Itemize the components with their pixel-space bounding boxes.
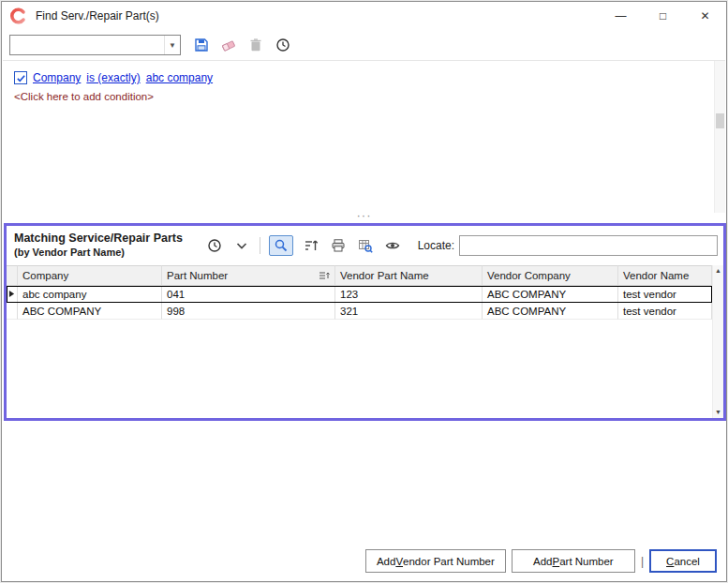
condition-scrollbar[interactable]: [714, 61, 725, 213]
cell-vendor-name: test vendor: [618, 286, 712, 303]
cell-vendor-part-name: 321: [335, 303, 483, 320]
results-panel: Matching Service/Repair Parts (by Vendor…: [4, 223, 726, 421]
query-toolbar: ▼: [2, 32, 726, 58]
results-header: Matching Service/Repair Parts (by Vendor…: [7, 226, 723, 265]
row-selector-header: [7, 265, 18, 286]
delete-button: [245, 34, 267, 56]
find-toggle-button[interactable]: [269, 235, 293, 256]
clear-button[interactable]: [217, 34, 240, 56]
condition-field-link[interactable]: Company: [33, 71, 81, 84]
maximize-button[interactable]: □: [642, 2, 684, 30]
trash-icon: [248, 37, 263, 52]
clock-icon: [275, 37, 290, 52]
table-scrollbar[interactable]: ▲ ▼: [712, 265, 723, 418]
results-table: Company Part Number Vendor Part Name: [7, 265, 723, 418]
row-selector-cell: [7, 303, 18, 320]
grid-search-button[interactable]: [356, 236, 375, 255]
clock-icon: [207, 238, 222, 253]
printer-icon: [331, 238, 346, 253]
cell-company: abc company: [18, 286, 162, 303]
cell-part-number: 998: [162, 303, 335, 320]
preview-button[interactable]: [383, 236, 402, 255]
column-header-vendor-company[interactable]: Vendor Company: [483, 265, 618, 286]
results-subtitle: (by Vendor Part Name): [14, 245, 205, 258]
history-button[interactable]: [205, 236, 224, 255]
close-button[interactable]: ✕: [684, 2, 726, 30]
add-condition-link[interactable]: <Click here to add condition>: [14, 91, 154, 102]
cancel-button[interactable]: Cancel: [649, 549, 717, 573]
toolbar-divider: [260, 237, 260, 254]
cell-company: ABC COMPANY: [18, 303, 162, 320]
condition-checkbox[interactable]: [14, 71, 27, 84]
expand-button[interactable]: [232, 236, 251, 255]
save-button[interactable]: [190, 34, 213, 56]
condition-panel: Company is (exactly) abc company <Click …: [3, 60, 725, 213]
minimize-button[interactable]: —: [600, 2, 642, 30]
eraser-icon: [221, 37, 236, 52]
condition-row: Company is (exactly) abc company: [3, 61, 725, 84]
cell-part-number: 041: [162, 286, 335, 303]
saved-query-combobox[interactable]: ▼: [9, 35, 181, 55]
column-header-vendor-part-name[interactable]: Vendor Part Name: [335, 265, 483, 286]
cell-vendor-company: ABC COMPANY: [483, 286, 618, 303]
chevron-down-icon[interactable]: ▼: [164, 36, 180, 54]
cell-vendor-name: test vendor: [618, 303, 712, 320]
history-button[interactable]: [272, 34, 294, 56]
locate-input[interactable]: [459, 235, 718, 256]
scrollbar-thumb[interactable]: [716, 113, 724, 128]
add-vendor-part-number-button[interactable]: Add Vendor Part Number: [365, 549, 506, 573]
splitter-handle[interactable]: ···: [2, 212, 726, 223]
sort-indicator-icon: [319, 271, 330, 280]
column-header-company[interactable]: Company: [18, 265, 162, 286]
check-icon: [16, 73, 26, 83]
footer-divider: |: [641, 555, 644, 568]
column-header-vendor-name[interactable]: Vendor Name: [618, 265, 712, 286]
window-title: Find Serv./Repair Part(s): [36, 9, 159, 22]
eye-icon: [385, 238, 400, 253]
cell-vendor-part-name: 123: [335, 286, 483, 303]
column-header-part-number[interactable]: Part Number: [162, 265, 335, 286]
results-title: Matching Service/Repair Parts: [14, 229, 205, 245]
grid-search-icon: [358, 238, 373, 253]
condition-value-link[interactable]: abc company: [146, 71, 213, 84]
chevron-down-icon: [234, 238, 249, 253]
scroll-up-arrow-icon[interactable]: ▲: [713, 265, 723, 277]
table-header-row: Company Part Number Vendor Part Name: [7, 265, 712, 286]
print-button[interactable]: [329, 236, 348, 255]
scroll-down-arrow-icon[interactable]: ▼: [713, 407, 723, 418]
table-row[interactable]: ABC COMPANY 998 321 ABC COMPANY test ven…: [7, 303, 712, 320]
cell-vendor-company: ABC COMPANY: [483, 303, 618, 320]
row-selector-cell: [7, 286, 18, 303]
magnifier-icon: [274, 238, 289, 253]
locate-label: Locate:: [418, 239, 454, 252]
footer-buttons: Add Vendor Part Number Add Part Number |…: [365, 549, 717, 573]
app-logo-icon: [10, 7, 27, 24]
save-icon: [194, 37, 209, 52]
sort-button[interactable]: [302, 236, 320, 255]
condition-operator-link[interactable]: is (exactly): [86, 71, 140, 84]
table-row[interactable]: abc company 041 123 ABC COMPANY test ven…: [7, 286, 712, 303]
dialog-window: Find Serv./Repair Part(s) — □ ✕ ▼: [1, 1, 727, 582]
current-row-arrow-icon: [7, 290, 17, 298]
titlebar: Find Serv./Repair Part(s) — □ ✕: [2, 2, 726, 30]
sort-icon: [304, 238, 319, 253]
add-part-number-button[interactable]: Add Part Number: [512, 549, 635, 573]
